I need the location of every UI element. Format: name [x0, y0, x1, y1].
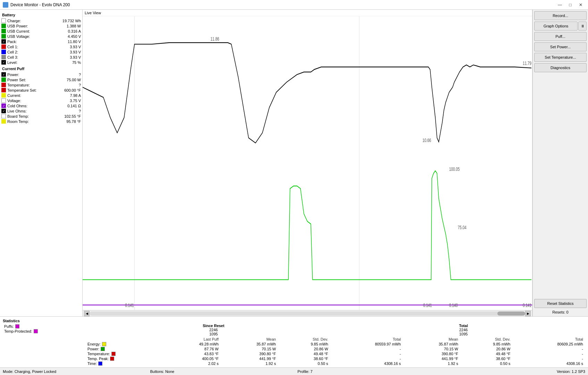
- stats-cell: 9.85 mWh: [460, 342, 512, 347]
- diagnostics-button[interactable]: Diagnostics: [534, 63, 587, 72]
- metric-label: Cell 2:: [7, 50, 59, 54]
- scrollbar-thumb[interactable]: [497, 311, 525, 316]
- close-button[interactable]: ✕: [576, 1, 585, 8]
- metric-label: Pack:: [7, 40, 59, 44]
- metric-checkbox[interactable]: ✓: [1, 103, 6, 108]
- stats-cell: 441.99 °F: [403, 356, 460, 361]
- metric-checkbox[interactable]: [1, 83, 6, 87]
- stats-row-label: Energy:: [85, 342, 163, 347]
- graph-canvas-wrapper[interactable]: 0.141 0.141 0.140 0.141 11.86 10.66 11.7…: [83, 16, 532, 310]
- stats-table-header-row: Last Puff Mean Std. Dev. Total Mean Std.…: [85, 337, 585, 342]
- svg-text:11.86: 11.86: [211, 36, 219, 42]
- metric-label: Cell 3:: [7, 55, 59, 59]
- stats-cell: 35.87 mWh: [221, 342, 278, 347]
- battery-metric-row: USB Current:0.316 A: [0, 28, 82, 34]
- pause-button[interactable]: ⏸: [578, 22, 587, 31]
- metric-value: 1.388 W: [60, 24, 81, 28]
- scrollbar-row: ◀ ▶: [83, 310, 532, 316]
- puff-metric-row: Room Temp:95.78 °F: [0, 119, 82, 124]
- window-title: Device Monitor - Evolv DNA 200: [10, 2, 70, 7]
- stats-cell: 1.92 s: [403, 361, 460, 366]
- metric-label: Board Temp:: [7, 114, 59, 118]
- row-color-swatch: [110, 357, 114, 361]
- metric-checkbox[interactable]: ✓: [1, 39, 6, 44]
- metric-checkbox[interactable]: [1, 88, 6, 92]
- temp-protected-row: Temp-Protected:: [4, 329, 84, 333]
- metric-value: 95.78 °F: [60, 119, 81, 124]
- current-puff-metrics: ✓Power:?Power Set:75.00 WTemperature:?Te…: [0, 72, 82, 124]
- temp-protected-swatch: [34, 329, 38, 333]
- col-mean-t: Mean: [403, 337, 460, 342]
- metric-checkbox[interactable]: [1, 18, 6, 23]
- metric-label: USB Voltage:: [7, 34, 59, 39]
- svg-text:11.79: 11.79: [523, 60, 531, 66]
- metric-checkbox[interactable]: [1, 114, 6, 118]
- metric-label: Level:: [7, 60, 59, 65]
- metric-label: Cold Ohms:: [7, 104, 59, 108]
- stats-row-label: Power:: [85, 347, 163, 351]
- reset-statistics-button[interactable]: Reset Statistics: [534, 299, 587, 308]
- stats-row-label: Time:: [85, 361, 163, 366]
- puff-button[interactable]: Puff...: [534, 32, 587, 41]
- record-button[interactable]: Record...: [534, 11, 587, 20]
- metric-checkbox[interactable]: [1, 29, 6, 33]
- metric-checkbox[interactable]: [1, 34, 6, 39]
- metric-value: 75 %: [60, 60, 81, 65]
- battery-section-header: Battery: [0, 12, 82, 18]
- metric-checkbox[interactable]: [1, 119, 6, 124]
- stats-cell: 70.15 W: [221, 347, 278, 351]
- metric-checkbox[interactable]: [1, 77, 6, 82]
- metric-label: USB Power:: [7, 24, 59, 28]
- metric-label: Temperature Set:: [7, 88, 59, 92]
- status-version: Version: 1.2 SP3: [445, 369, 586, 374]
- puffs-label: Puffs:: [4, 324, 14, 328]
- scroll-left-arrow[interactable]: ◀: [84, 311, 90, 316]
- graph-options-button[interactable]: Graph Options: [534, 22, 578, 31]
- metric-checkbox[interactable]: ✓: [1, 109, 6, 113]
- metric-checkbox[interactable]: ✓: [1, 60, 6, 65]
- metric-checkbox[interactable]: [1, 55, 6, 59]
- svg-text:100.05: 100.05: [449, 166, 460, 172]
- statistics-header: Statistics: [3, 318, 585, 324]
- current-puff-section-header: Current Puff: [0, 66, 82, 72]
- horizontal-scrollbar[interactable]: [90, 311, 525, 316]
- puff-metric-row: Temperature:?: [0, 82, 82, 88]
- stats-cell: 9.85 mWh: [278, 342, 330, 347]
- scroll-right-arrow[interactable]: ▶: [525, 311, 531, 316]
- battery-metric-row: Cell 2:3.93 V: [0, 49, 82, 55]
- minimize-button[interactable]: —: [555, 1, 564, 8]
- metric-label: Temperature:: [7, 83, 59, 87]
- stats-cell: 390.80 °F: [403, 351, 460, 356]
- stats-cell: -: [330, 351, 403, 356]
- set-power-button[interactable]: Set Power...: [534, 42, 587, 51]
- right-panel: Record... Graph Options ⏸ Puff... Set Po…: [532, 10, 588, 316]
- svg-text:10.66: 10.66: [422, 138, 431, 143]
- metric-checkbox[interactable]: [1, 44, 6, 49]
- metric-checkbox[interactable]: [1, 93, 6, 98]
- stats-cell: 390.80 °F: [221, 351, 278, 356]
- stats-cell: -: [512, 347, 585, 351]
- metric-checkbox[interactable]: [1, 50, 6, 54]
- title-bar-controls: — □ ✕: [555, 1, 585, 8]
- metric-checkbox[interactable]: [1, 24, 6, 28]
- title-bar-left: Device Monitor - Evolv DNA 200: [3, 2, 70, 8]
- puff-metric-row: Temperature Set:600.00 °F: [0, 88, 82, 93]
- sidebar: Battery Charge:19.732 WhUSB Power:1.388 …: [0, 10, 83, 316]
- status-mode: Mode: Charging, Power Locked: [3, 369, 143, 374]
- metric-value: 4.450 V: [60, 34, 81, 39]
- stats-cell: -: [330, 356, 403, 361]
- main-container: Battery Charge:19.732 WhUSB Power:1.388 …: [0, 10, 588, 375]
- metric-value: ?: [60, 109, 81, 113]
- battery-metric-row: ✓Level:75 %: [0, 60, 82, 65]
- row-color-swatch: [111, 352, 116, 356]
- stats-cell: 80559.97 mWh: [330, 342, 403, 347]
- stats-cell: 20.86 W: [278, 347, 330, 351]
- set-temperature-button[interactable]: Set Temperature...: [534, 53, 587, 62]
- metric-checkbox[interactable]: ✓: [1, 72, 6, 77]
- metric-checkbox[interactable]: [1, 98, 6, 103]
- col-last-puff: Last Puff: [163, 337, 221, 342]
- stats-table-container: Since Reset 2246 1095 Total 2246 1095: [85, 324, 585, 366]
- stats-cell: 43.83 °F: [163, 351, 221, 356]
- maximize-button[interactable]: □: [566, 1, 575, 8]
- app-icon: [3, 2, 8, 8]
